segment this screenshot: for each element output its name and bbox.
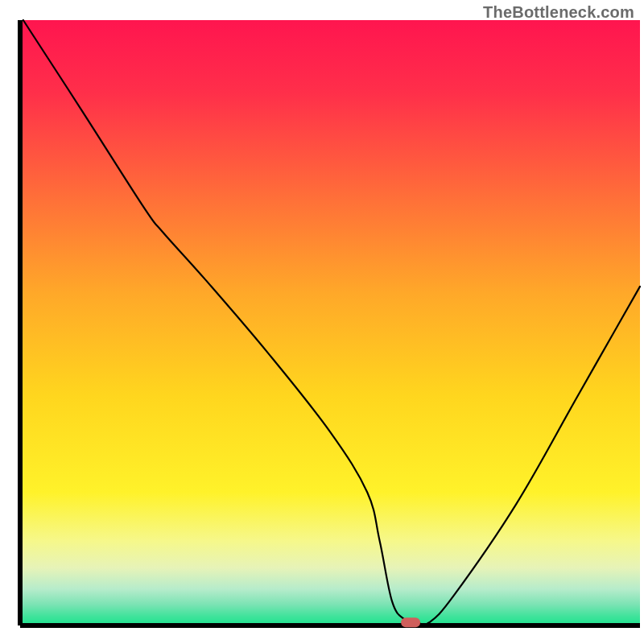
bottleneck-chart	[0, 0, 644, 644]
plot-background	[20, 20, 640, 625]
optimal-marker	[401, 617, 420, 627]
watermark-label: TheBottleneck.com	[483, 3, 634, 22]
chart-container: TheBottleneck.com	[0, 0, 644, 644]
